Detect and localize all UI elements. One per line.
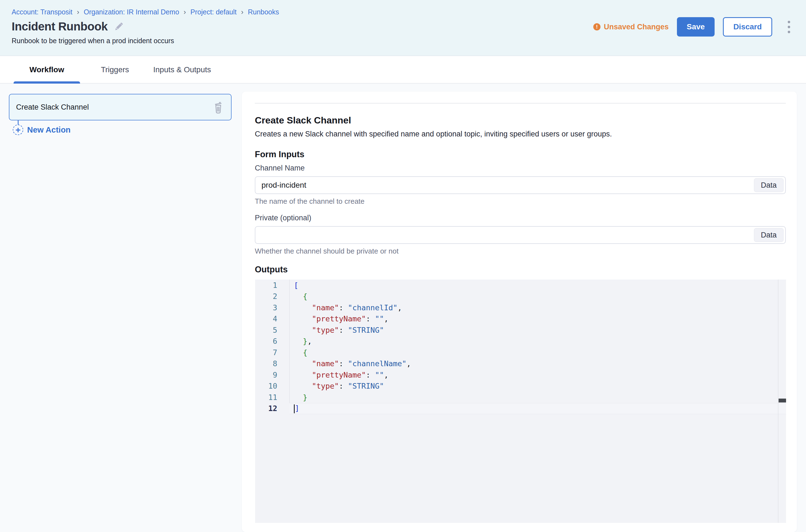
code-text: }, <box>290 337 312 345</box>
code-line[interactable]: 3 "name": "channelId", <box>255 302 786 314</box>
channel-name-data-button[interactable]: Data <box>754 178 784 192</box>
code-text: "type": "STRING" <box>290 326 384 335</box>
action-card-label: Create Slack Channel <box>16 103 89 112</box>
line-number: 11 <box>255 393 290 402</box>
line-number: 4 <box>255 315 290 323</box>
code-line[interactable]: 4 "prettyName": "", <box>255 314 786 325</box>
breadcrumb: Account: Transposit › Organization: IR I… <box>12 8 279 16</box>
line-number: 10 <box>255 382 290 390</box>
code-line[interactable]: 8 "name": "channelName", <box>255 358 786 369</box>
code-text: "prettyName": "", <box>290 315 388 323</box>
breadcrumb-project[interactable]: Project: default <box>190 8 237 16</box>
new-action-button[interactable]: + New Action <box>13 125 71 135</box>
channel-name-value: prod-incident <box>261 177 306 193</box>
code-line[interactable]: 7 { <box>255 347 786 358</box>
code-text: [ <box>290 281 298 289</box>
breadcrumb-account[interactable]: Account: Transposit <box>12 8 73 16</box>
private-input[interactable]: Data <box>255 226 786 244</box>
editor-scrollbar-thumb[interactable] <box>778 399 786 402</box>
code-text: "name": "channelName", <box>290 359 411 368</box>
breadcrumb-separator-icon: › <box>77 8 79 16</box>
code-text: { <box>290 348 308 357</box>
private-help: Whether the channel should be private or… <box>255 247 399 255</box>
breadcrumb-runbooks[interactable]: Runbooks <box>248 8 279 16</box>
channel-name-help: The name of the channel to create <box>255 197 365 206</box>
tab-bar: Workflow Triggers Inputs & Outputs <box>0 56 806 83</box>
channel-name-input[interactable]: prod-incident Data <box>255 176 786 194</box>
content-area: Create Slack Channel + New Action Create… <box>0 84 806 532</box>
new-action-label: New Action <box>27 126 71 134</box>
active-line-highlight <box>290 403 786 414</box>
line-number: 12 <box>255 404 290 413</box>
code-line[interactable]: 10 "type": "STRING" <box>255 381 786 392</box>
code-line[interactable]: 5 "type": "STRING" <box>255 324 786 336</box>
line-number: 7 <box>255 348 290 357</box>
page-subtitle: Runbook to be triggered when a prod inci… <box>12 37 174 45</box>
section-divider <box>255 103 786 103</box>
line-number: 5 <box>255 326 290 335</box>
tab-triggers[interactable]: Triggers <box>87 56 143 83</box>
page-header: Account: Transposit › Organization: IR I… <box>0 0 806 56</box>
workflow-action-card[interactable]: Create Slack Channel <box>9 94 232 120</box>
code-text: "type": "STRING" <box>290 382 384 390</box>
outputs-heading: Outputs <box>255 265 288 274</box>
code-line[interactable]: 6 }, <box>255 336 786 347</box>
tab-workflow[interactable]: Workflow <box>14 56 80 83</box>
code-line[interactable]: 2 { <box>255 291 786 302</box>
code-line[interactable]: 9 "prettyName": "", <box>255 369 786 381</box>
action-title: Create Slack Channel <box>255 115 351 126</box>
action-detail-panel: Create Slack Channel Creates a new Slack… <box>242 92 797 532</box>
unsaved-changes-badge: ! Unsaved Changes <box>593 23 668 31</box>
private-data-button[interactable]: Data <box>754 228 784 242</box>
line-number: 9 <box>255 370 290 379</box>
plus-icon: + <box>13 125 23 135</box>
code-text: } <box>290 393 308 402</box>
line-number: 8 <box>255 359 290 368</box>
form-inputs-heading: Form Inputs <box>255 150 305 159</box>
line-number: 6 <box>255 337 290 345</box>
code-line[interactable]: 1[ <box>255 280 786 291</box>
discard-button[interactable]: Discard <box>723 17 772 37</box>
code-text: "name": "channelId", <box>290 303 402 312</box>
channel-name-label: Channel Name <box>255 164 305 172</box>
code-text: ] <box>290 404 299 413</box>
text-cursor <box>294 404 295 413</box>
action-connector-line <box>18 120 19 125</box>
line-number: 3 <box>255 303 290 312</box>
unsaved-changes-label: Unsaved Changes <box>604 23 668 31</box>
edit-title-pencil-icon[interactable] <box>114 22 124 32</box>
private-label: Private (optional) <box>255 214 311 222</box>
code-text: "prettyName": "", <box>290 370 388 379</box>
line-number: 2 <box>255 292 290 301</box>
breadcrumb-separator-icon: › <box>184 8 186 16</box>
code-text: { <box>290 292 308 301</box>
breadcrumb-organization[interactable]: Organization: IR Internal Demo <box>84 8 179 16</box>
more-options-kebab-icon[interactable] <box>784 18 794 36</box>
delete-action-trash-icon[interactable] <box>212 101 225 114</box>
code-lines: 1[2 {3 "name": "channelId",4 "prettyName… <box>255 280 786 414</box>
save-button[interactable]: Save <box>677 17 715 37</box>
outputs-code-editor[interactable]: 1[2 {3 "name": "channelId",4 "prettyName… <box>255 280 786 523</box>
breadcrumb-separator-icon: › <box>241 8 243 16</box>
warning-icon: ! <box>593 23 601 31</box>
code-line[interactable]: 11 } <box>255 392 786 403</box>
page-title: Incident Runbook <box>12 20 108 33</box>
action-description: Creates a new Slack channel with specifi… <box>255 130 612 138</box>
line-number: 1 <box>255 281 290 289</box>
tab-inputs-outputs[interactable]: Inputs & Outputs <box>145 56 219 83</box>
app-window: Account: Transposit › Organization: IR I… <box>0 0 806 532</box>
code-line[interactable]: 12] <box>255 403 786 414</box>
